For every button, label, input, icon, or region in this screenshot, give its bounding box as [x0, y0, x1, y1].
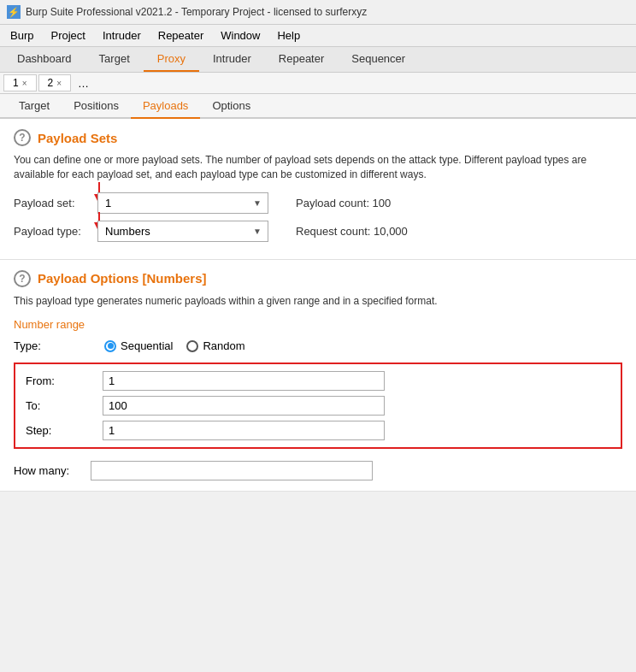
menu-help[interactable]: Help [270, 27, 307, 44]
tab-sequencer[interactable]: Sequencer [338, 47, 419, 72]
menu-window[interactable]: Window [214, 27, 267, 44]
random-option[interactable]: Random [186, 339, 244, 352]
how-many-label: How many: [14, 464, 91, 477]
from-input[interactable] [103, 371, 385, 391]
tab-proxy[interactable]: Proxy [144, 47, 199, 72]
tab-repeater[interactable]: Repeater [265, 47, 338, 72]
sequential-label: Sequential [121, 339, 173, 352]
tab-dashboard[interactable]: Dashboard [3, 47, 85, 72]
from-label: From: [26, 374, 103, 387]
step-label: Step: [26, 424, 103, 437]
request-count: Request count: 10,000 [296, 225, 408, 238]
menu-bar: Burp Project Intruder Repeater Window He… [0, 25, 636, 47]
payload-sets-title: Payload Sets [38, 131, 117, 145]
payload-sets-panel: ? Payload Sets You can define one or mor… [0, 119, 636, 260]
instance-tab-more[interactable]: … [73, 75, 94, 91]
payload-options-panel: ? Payload Options [Numbers] This payload… [0, 260, 636, 492]
menu-repeater[interactable]: Repeater [151, 27, 210, 44]
step-row: Step: [26, 421, 610, 440]
payload-options-title: Payload Options [Numbers] [38, 271, 207, 286]
sequential-radio[interactable] [104, 340, 116, 352]
section-tab-options[interactable]: Options [200, 94, 262, 119]
random-label: Random [203, 339, 244, 352]
menu-intruder[interactable]: Intruder [96, 27, 148, 44]
to-row: To: [26, 396, 610, 416]
app-icon: ⚡ [7, 5, 21, 19]
payload-type-row: Payload type: Simple list Runtime file C… [14, 221, 622, 242]
range-fields-box: From: To: Step: [14, 363, 622, 449]
how-many-row: How many: [14, 461, 622, 480]
instance-tab-2-close[interactable]: × [56, 79, 62, 88]
payload-sets-header: ? Payload Sets [14, 129, 622, 146]
type-radio-row: Type: Sequential Random [14, 339, 622, 352]
menu-burp[interactable]: Burp [3, 27, 40, 44]
number-range-label: Number range [14, 318, 622, 331]
title-text: Burp Suite Professional v2021.2 - Tempor… [26, 6, 367, 18]
menu-project[interactable]: Project [44, 27, 91, 44]
payload-sets-desc: You can define one or more payload sets.… [14, 153, 622, 182]
instance-tab-2-label: 2 [48, 77, 54, 89]
sequential-option[interactable]: Sequential [104, 339, 173, 352]
instance-tab-1[interactable]: 1 × [3, 74, 37, 91]
random-radio[interactable] [186, 340, 198, 352]
tab-intruder[interactable]: Intruder [199, 47, 265, 72]
payload-type-select[interactable]: Simple list Runtime file Custom iterator… [97, 221, 268, 242]
from-row: From: [26, 371, 610, 391]
payload-set-label: Payload set: [14, 197, 91, 209]
payload-set-select[interactable]: 1 2 3 [97, 192, 268, 214]
payload-set-select-wrapper: 1 2 3 [97, 192, 268, 214]
payload-type-label: Payload type: [14, 225, 91, 238]
payload-options-header: ? Payload Options [Numbers] [14, 270, 622, 287]
payload-options-desc: This payload type generates numeric payl… [14, 294, 622, 309]
payload-sets-help[interactable]: ? [14, 129, 31, 146]
title-bar: ⚡ Burp Suite Professional v2021.2 - Temp… [0, 0, 636, 25]
section-tab-target[interactable]: Target [7, 94, 62, 119]
tab-target[interactable]: Target [85, 47, 144, 72]
to-label: To: [26, 399, 103, 412]
content-area: ? Payload Sets You can define one or mor… [0, 119, 636, 492]
section-tabs: Target Positions Payloads Options [0, 94, 636, 119]
instance-tab-1-close[interactable]: × [22, 79, 27, 88]
payload-options-help[interactable]: ? [14, 270, 31, 287]
type-label: Type: [14, 339, 91, 352]
section-tab-payloads[interactable]: Payloads [131, 94, 200, 119]
main-tabs: Dashboard Target Proxy Intruder Repeater… [0, 47, 636, 73]
step-input[interactable] [103, 421, 385, 440]
how-many-input[interactable] [91, 461, 373, 480]
section-tab-positions[interactable]: Positions [62, 94, 131, 119]
payload-type-select-wrapper: Simple list Runtime file Custom iterator… [97, 221, 268, 242]
instance-tab-1-label: 1 [13, 77, 19, 89]
to-input[interactable] [103, 396, 385, 416]
payload-count: Payload count: 100 [296, 197, 391, 209]
instance-tabs: 1 × 2 × … [0, 73, 636, 94]
instance-tab-2[interactable]: 2 × [38, 74, 72, 91]
